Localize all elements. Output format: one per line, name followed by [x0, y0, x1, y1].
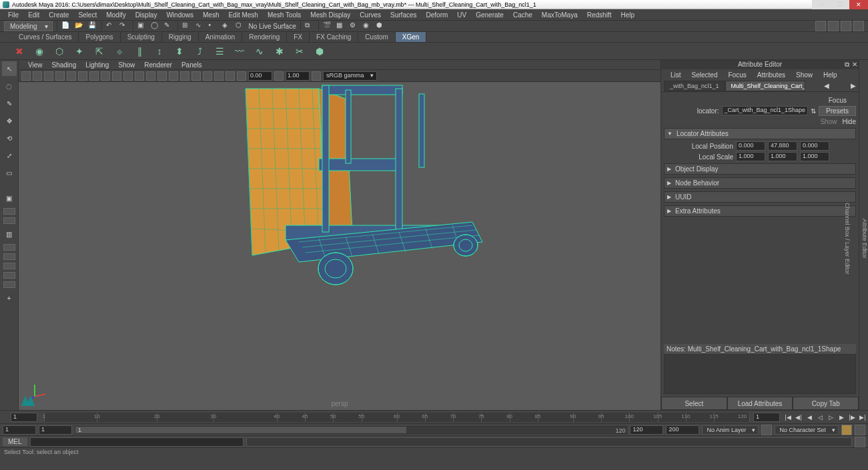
vp-wireframe-icon[interactable]	[146, 71, 155, 81]
ae-notes-field[interactable]	[664, 354, 856, 394]
ae-section-node-behavior[interactable]: ▶Node Behavior	[664, 177, 856, 189]
vp-menu-panels[interactable]: Panels	[177, 61, 206, 69]
xgen-hex-icon[interactable]: ⬢	[312, 44, 327, 59]
minimize-button[interactable]: ─	[812, 0, 831, 9]
vp-smooth-icon[interactable]	[157, 71, 167, 81]
key-icon[interactable]	[841, 425, 852, 435]
xgen-guide-icon[interactable]: ✦	[72, 44, 87, 59]
lasso-icon[interactable]: ◯	[151, 21, 160, 31]
persp-graph-icon[interactable]	[3, 244, 15, 251]
toggle-modeling-icon[interactable]	[815, 21, 826, 31]
ae-close-icon[interactable]: ✕	[852, 61, 857, 68]
vp-gate-mask-icon[interactable]	[101, 71, 110, 81]
range-end-field[interactable]: 120	[630, 425, 663, 435]
shelf-tab-rigging[interactable]: Rigging	[162, 32, 199, 42]
tab-channel-box[interactable]: Channel Box / Layer Editor	[844, 203, 851, 275]
menu-modify[interactable]: Modify	[102, 10, 129, 20]
menu-uv[interactable]: UV	[453, 10, 470, 20]
shelf-tab-sculpting[interactable]: Sculpting	[121, 32, 162, 42]
ae-menu-attributes[interactable]: Attributes	[752, 70, 791, 80]
time-slider-bar[interactable]: 1 10 20 30 40 45 50 55 60 65 70 75 80 85…	[44, 413, 749, 422]
ae-io-icon[interactable]: ⇅	[811, 107, 816, 115]
rotate-tool-icon[interactable]: ⟲	[2, 131, 17, 145]
ae-tab-transform[interactable]: _with_Bag_ncl1_1	[664, 81, 725, 91]
shelf-tab-rendering[interactable]: Rendering	[242, 32, 287, 42]
render-settings-icon[interactable]: ⚙	[350, 21, 359, 31]
anim-layer-select[interactable]: No Anim Layer	[702, 425, 759, 435]
vp-xray-icon[interactable]	[214, 71, 224, 81]
snap-curve-icon[interactable]: ∿	[195, 21, 205, 31]
menu-redshift[interactable]: Redshift	[583, 10, 616, 20]
xgen-cut-icon[interactable]: ✂	[292, 44, 307, 59]
vp-textured-icon[interactable]	[169, 71, 178, 81]
vp-menu-renderer[interactable]: Renderer	[140, 61, 176, 69]
ae-presets-button[interactable]: Presets	[819, 106, 856, 116]
single-persp-icon[interactable]: ▣	[2, 191, 17, 205]
go-start-button[interactable]: |◀	[783, 413, 793, 422]
select-tool-icon[interactable]: ↖	[2, 61, 17, 76]
snap-point-icon[interactable]: •	[209, 21, 218, 31]
range-start-field[interactable]: 1	[39, 425, 72, 435]
xgen-clump-icon[interactable]: ✱	[272, 44, 287, 59]
snap-grid-icon[interactable]: ⊞	[182, 21, 191, 31]
vp-gamma-mode-select[interactable]: sRGB gamma	[323, 71, 377, 81]
menu-curves[interactable]: Curves	[356, 10, 385, 20]
menu-cache[interactable]: Cache	[509, 10, 536, 20]
step-fwd-button[interactable]: ▶	[836, 413, 847, 422]
xgen-density-icon[interactable]: ‖	[132, 44, 147, 59]
locator-name-field[interactable]: _Cart_with_Bag_ncl1_1Shape	[722, 106, 809, 115]
menu-windows[interactable]: Windows	[162, 10, 197, 20]
ipr-icon[interactable]: ▦	[336, 21, 346, 31]
more-view-icon[interactable]	[3, 281, 15, 288]
hypershade-icon[interactable]: ⬢	[376, 21, 386, 31]
vp-xray-joints-icon[interactable]	[226, 71, 235, 81]
xgen-noise-icon[interactable]: ∿	[252, 44, 267, 59]
play-back-button[interactable]: ◁	[815, 413, 825, 422]
menu-file[interactable]: File	[4, 10, 23, 20]
local-scale-z[interactable]: 1.000	[800, 152, 829, 161]
vp-safe-title-icon[interactable]	[135, 71, 144, 81]
vp-menu-shading[interactable]: Shading	[48, 61, 81, 69]
autokey-icon[interactable]	[761, 425, 772, 435]
maximize-button[interactable]: ☐	[831, 0, 849, 9]
undo-icon[interactable]: ↶	[106, 21, 115, 31]
play-fwd-button[interactable]: ▷	[825, 413, 836, 422]
step-back-button[interactable]: ◀	[804, 413, 815, 422]
vp-gamma-field[interactable]: 1.00	[286, 71, 310, 81]
hypershade-view-icon[interactable]: ▥	[2, 227, 17, 241]
ae-section-locator-attrs[interactable]: ▼Locator Attributes	[664, 128, 856, 139]
menu-set-selector[interactable]: Modeling	[4, 21, 53, 31]
ae-section-object-display[interactable]: ▶Object Display	[664, 163, 856, 175]
toggle-ae-icon[interactable]	[853, 21, 864, 31]
custom-view-icon[interactable]	[3, 272, 15, 279]
history-icon[interactable]: ⧉	[305, 21, 314, 31]
open-scene-icon[interactable]: 📂	[75, 21, 84, 31]
toggle-tool-icon[interactable]	[841, 21, 851, 31]
go-end-button[interactable]: ▶|	[857, 413, 868, 422]
vp-menu-show[interactable]: Show	[114, 61, 139, 69]
menu-help[interactable]: Help	[616, 10, 638, 20]
xgen-desc-icon[interactable]: ⬡	[52, 44, 67, 59]
menu-surfaces[interactable]: Surfaces	[386, 10, 420, 20]
vp-exposure-icon[interactable]	[237, 71, 246, 81]
menu-maxtomaya[interactable]: MaxToMaya	[538, 10, 582, 20]
script-lang-toggle[interactable]: MEL	[3, 437, 27, 446]
viewport-3d[interactable]: persp	[19, 82, 661, 410]
ae-menu-list[interactable]: List	[665, 70, 687, 80]
local-scale-x[interactable]: 1.000	[736, 152, 765, 161]
vp-image-plane-icon[interactable]	[44, 71, 53, 81]
step-back-key-button[interactable]: ◀|	[793, 413, 804, 422]
vp-exposure-field[interactable]: 0.00	[248, 71, 272, 81]
anim-start-field[interactable]: 1	[3, 425, 36, 435]
ae-section-extra-attrs[interactable]: ▶Extra Attributes	[664, 205, 856, 217]
ae-menu-selected[interactable]: Selected	[687, 70, 723, 80]
add-layout-icon[interactable]: +	[2, 291, 17, 305]
shelf-tab-polygons[interactable]: Polygons	[79, 32, 120, 42]
menu-edit-mesh[interactable]: Edit Mesh	[224, 10, 262, 20]
persp-outliner-icon[interactable]	[3, 217, 15, 224]
anim-prefs-icon[interactable]	[855, 425, 865, 435]
menu-create[interactable]: Create	[45, 10, 73, 20]
vp-2d-icon[interactable]	[55, 71, 65, 81]
xgen-curl-icon[interactable]: 〰	[232, 44, 247, 59]
xgen-patch-icon[interactable]: ⇱	[92, 44, 107, 59]
